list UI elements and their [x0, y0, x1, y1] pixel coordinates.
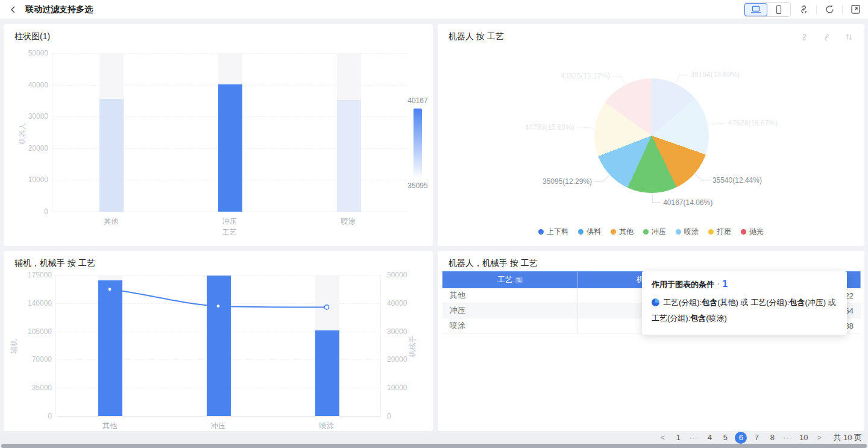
pie-chart: 39104(13.69%)47628(16.67%)35540(12.44%)4…	[438, 24, 864, 246]
table-header-工艺[interactable]: 工艺⇅	[442, 271, 578, 288]
x-axis-tick: 喷涂	[303, 421, 351, 431]
condition-text-segment: 工艺(分组):	[663, 298, 702, 307]
line-point	[217, 304, 220, 308]
condition-text-segment: 包含	[789, 298, 805, 307]
x-axis-tick: 冲压	[194, 421, 242, 431]
right-axis-title: 机械手	[407, 331, 418, 362]
dashboard-app: 联动过滤支持多选 柱状图(1)	[0, 0, 868, 448]
gridline	[52, 212, 407, 212]
bar-其他[interactable]	[99, 99, 124, 212]
color-scale-min: 35095	[404, 181, 431, 190]
y-axis-tick: 0	[12, 207, 48, 216]
right-y-tick: 10000	[387, 383, 417, 392]
page-7[interactable]: 7	[750, 432, 763, 444]
right-y-tick: 50000	[387, 271, 417, 279]
back-button[interactable]	[7, 4, 19, 16]
combo-chart: 0350007000010500014000017500001000020000…	[4, 251, 433, 431]
prev-button[interactable]: <	[656, 432, 668, 444]
pie-data-label: 44793(15.68%)	[525, 123, 574, 131]
condition-text-segment: 包含	[702, 298, 717, 307]
y-axis-tick: 40000	[12, 81, 48, 89]
legend-item-其他[interactable]: 其他	[611, 227, 634, 237]
tooltip-separator: ·	[717, 279, 720, 289]
column-sort-icon[interactable]: ⇅	[515, 277, 523, 283]
ellipsis-button[interactable]: ···	[688, 432, 700, 444]
legend-item-抛光[interactable]: 抛光	[741, 227, 764, 237]
pie-leader-line	[577, 127, 594, 128]
legend-label: 其他	[619, 227, 634, 237]
left-y-tick: 105000	[16, 327, 52, 336]
chevron-left-icon	[10, 6, 17, 13]
gridline	[56, 416, 380, 417]
fullscreen-button[interactable]	[850, 4, 861, 15]
condition-text-segment: 包含	[690, 314, 706, 323]
x-axis-tick: 其他	[87, 216, 135, 227]
pie-legend: 上下料供料其他冲压喷涂打磨抛光	[438, 227, 864, 237]
legend-dot	[676, 229, 681, 235]
right-y-tick: 40000	[387, 299, 417, 308]
refresh-icon	[825, 4, 835, 14]
column-label: 工艺	[497, 274, 513, 285]
pie-leader-line	[652, 194, 661, 203]
legend-item-冲压[interactable]: 冲压	[643, 227, 666, 237]
pagination-bar: <1···45678···10> 共 10 页	[0, 431, 868, 444]
legend-item-上下料[interactable]: 上下料	[538, 227, 568, 237]
legend-label: 冲压	[652, 227, 666, 237]
next-button[interactable]: >	[813, 432, 825, 444]
legend-item-喷涂[interactable]: 喷涂	[676, 227, 699, 237]
color-scale-max: 40167	[404, 96, 431, 105]
pie-data-label: 35540(12.44%)	[712, 176, 762, 185]
line-series-layer	[55, 275, 381, 416]
pager: <1···45678···10>	[655, 432, 827, 444]
legend-label: 上下料	[547, 227, 568, 237]
condition-text-segment: (喷涂)	[706, 314, 727, 323]
line-point-highlighted[interactable]	[324, 305, 329, 309]
legend-dot	[643, 229, 649, 235]
line-series[interactable]	[110, 289, 327, 308]
page-title: 联动过滤支持多选	[25, 4, 93, 15]
legend-label: 打磨	[717, 227, 731, 237]
page-1[interactable]: 1	[672, 432, 684, 444]
card-table-chart: 机器人，机械手 按 工艺 工艺⇅机器人机械手其他3554044922冲压4016…	[438, 251, 864, 431]
left-axis-title: 辅机	[9, 335, 19, 359]
total-pages-label: 共 10 页	[833, 432, 862, 443]
pie-data-label: 39104(13.69%)	[690, 71, 740, 79]
mobile-view-button[interactable]	[767, 3, 790, 16]
page-5[interactable]: 5	[719, 432, 731, 444]
page-8[interactable]: 8	[766, 432, 778, 444]
chart-condition-tooltip: 作用于图表的条件·1 工艺(分组):包含(其他) 或 工艺(分组):包含(冲压)…	[642, 271, 847, 335]
x-axis-tick: 喷涂	[324, 216, 373, 227]
left-y-tick: 175000	[16, 271, 52, 279]
pie-leader-line	[676, 75, 688, 83]
card-title: 机器人，机械手 按 工艺	[448, 258, 538, 269]
bar-喷涂[interactable]	[337, 100, 361, 212]
bar-chart: 01000020000300004000050000其他冲压喷涂工艺机器人401…	[4, 24, 433, 246]
y-axis-title: 机器人	[17, 115, 28, 151]
pie[interactable]	[594, 78, 709, 193]
refresh-button[interactable]	[824, 4, 835, 15]
bar-冲压[interactable]	[218, 84, 242, 212]
legend-item-供料[interactable]: 供料	[578, 227, 601, 237]
horizontal-scrollbar[interactable]	[1, 444, 867, 448]
y-axis-tick: 10000	[12, 175, 48, 184]
page-10[interactable]: 10	[797, 432, 810, 444]
pie-leader-line	[612, 76, 625, 84]
bar-plot-area	[52, 53, 407, 212]
legend-item-打磨[interactable]: 打磨	[708, 227, 731, 237]
share-link-button[interactable]	[798, 4, 809, 15]
legend-dot	[578, 229, 583, 235]
ellipsis-button[interactable]: ···	[782, 432, 794, 444]
card-pie-chart: 机器人 按 工艺 39104(13.69%)47628(16.67%)35540…	[438, 24, 864, 246]
pie-leader-line	[695, 174, 710, 180]
divider	[816, 5, 817, 14]
pie-data-label: 47628(16.67%)	[728, 119, 778, 127]
pie-leader-line	[594, 175, 609, 181]
legend-label: 喷涂	[684, 227, 699, 237]
desktop-view-button[interactable]	[744, 3, 767, 16]
divider	[842, 5, 843, 14]
phone-icon	[775, 5, 782, 14]
page-4[interactable]: 4	[703, 432, 715, 444]
page-6[interactable]: 6	[735, 432, 747, 444]
laptop-icon	[750, 5, 761, 14]
hover-band	[99, 53, 124, 99]
